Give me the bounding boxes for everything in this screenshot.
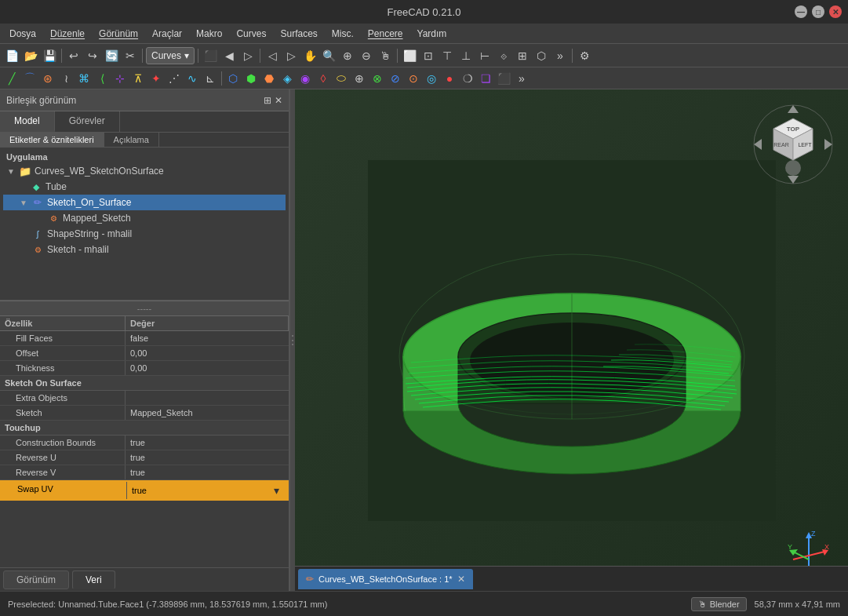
curves-tool-2[interactable]: ⌒ [21,70,38,87]
curves-tool-10[interactable]: ⋰ [166,70,183,87]
curves-tool-28[interactable]: ⬛ [495,70,512,87]
save-button[interactable]: 💾 [41,47,58,64]
viewport-tab-main[interactable]: ✏ Curves_WB_SketchOnSurface : 1* ✕ [298,569,473,589]
refresh-button[interactable]: 🔄 [103,47,120,64]
view-bottom[interactable]: ⊥ [457,47,475,64]
prop-row-sketch[interactable]: Sketch Mapped_Sketch [0,406,289,421]
prop-row-swap-uv[interactable]: Swap UV true ▾ [0,480,289,501]
curves-tool-19[interactable]: ⬭ [333,70,350,87]
viewport-3d[interactable]: TOP REAR LEFT Z X [295,89,848,591]
prop-row-reverse-v[interactable]: Reverse V true [0,465,289,480]
view-clipping[interactable]: ⬡ [533,47,550,64]
curves-tool-12[interactable]: ⊾ [202,70,219,87]
menu-pencere[interactable]: Pencere [362,27,409,41]
tree-item-shapestring[interactable]: ▷ ∫ ShapeString - mhalil [3,226,286,242]
new-button[interactable]: 📄 [3,47,20,64]
workbench-dropdown[interactable]: Curves ▾ [146,47,195,64]
curves-tool-17[interactable]: ◉ [297,70,314,87]
blender-button[interactable]: 🖱 Blender [691,597,747,611]
menu-araclar[interactable]: Araçlar [146,27,188,41]
subtab-etiketler[interactable]: Etiketler & öznitelikleri [0,133,104,147]
view-top[interactable]: ⊤ [439,47,456,64]
panel-close-button[interactable]: ✕ [275,95,282,106]
curves-tool-5[interactable]: ⌘ [75,70,93,87]
curves-tool-14[interactable]: ⬢ [242,70,260,87]
menu-misc[interactable]: Misc. [326,27,360,41]
view-right-side[interactable]: ⊢ [476,47,493,64]
view-all[interactable]: ⬜ [401,47,418,64]
tree-expand-root[interactable]: ▼ [6,167,16,176]
view-3d[interactable]: ▷ [239,47,257,64]
close-button[interactable]: ✕ [829,5,842,18]
pan-button[interactable]: ✋ [301,47,318,64]
tab-model[interactable]: Model [0,111,55,132]
view-perspective[interactable]: ⟐ [495,47,512,64]
cut-button[interactable]: ✂ [122,47,139,64]
curves-tool-21[interactable]: ⊗ [369,70,386,87]
panel-expand-button[interactable]: ⊞ [264,95,271,106]
tree-expand-ss[interactable]: ▷ [19,230,28,239]
curves-tool-7[interactable]: ⊹ [111,70,129,87]
tree-expand-sos[interactable]: ▼ [19,199,28,207]
curves-tool-24[interactable]: ◎ [423,70,440,87]
curves-tool-3[interactable]: ⊛ [39,70,56,87]
tree-expand-sk[interactable]: ▷ [19,246,28,254]
curves-tool-11[interactable]: ∿ [184,70,201,87]
curves-tool-15[interactable]: ⬣ [260,70,278,87]
curves-tool-18[interactable]: ◊ [315,70,332,87]
menu-yardim[interactable]: Yardım [411,27,453,41]
menu-duzenle[interactable]: Düzenle [44,27,91,41]
prop-row-thickness[interactable]: Thickness 0,00 [0,361,289,376]
tree-item-root[interactable]: ▼ 📁 Curves_WB_SketchOnSurface [3,163,286,179]
menu-curves[interactable]: Curves [230,27,272,41]
redo-button[interactable]: ↪ [84,47,101,64]
curves-tool-6[interactable]: ⟨ [93,70,111,87]
open-button[interactable]: 📂 [22,47,39,64]
viewport-tab-close-button[interactable]: ✕ [457,574,465,585]
menu-surfaces[interactable]: Surfaces [274,27,323,41]
nav-cube[interactable]: TOP REAR LEFT [750,101,836,188]
menu-makro[interactable]: Makro [190,27,228,41]
tree-item-mapped-sketch[interactable]: ▷ ⚙ Mapped_Sketch [3,210,286,226]
prop-row-extra-objects[interactable]: Extra Objects [0,391,289,406]
undo-button[interactable]: ↩ [65,47,82,64]
view-back[interactable]: ◀ [220,47,238,64]
select-button[interactable]: 🖱 [377,47,394,64]
prop-row-fill-faces[interactable]: Fill Faces false [0,331,289,346]
nav-left[interactable]: ◁ [264,47,281,64]
curves-tool-27[interactable]: ❏ [477,70,494,87]
view-ortho[interactable]: ⊞ [514,47,531,64]
zoom-button[interactable]: 🔍 [320,47,337,64]
more-tools-btn[interactable]: » [551,47,569,64]
curves-more[interactable]: » [513,70,530,87]
curves-tool-4[interactable]: ≀ [57,70,75,87]
curves-tool-13[interactable]: ⬡ [224,70,242,87]
view-fit[interactable]: ⊡ [420,47,437,64]
menu-dosya[interactable]: Dosya [3,27,42,41]
curves-tool-9[interactable]: ✦ [147,70,165,87]
minimize-button[interactable]: — [795,5,807,18]
tree-expand-tube[interactable]: ▷ [19,183,27,191]
prop-row-reverse-u[interactable]: Reverse U true [0,450,289,465]
nav-right[interactable]: ▷ [282,47,300,64]
settings-button[interactable]: ⚙ [576,47,593,64]
zoom-in-button[interactable]: ⊕ [339,47,356,64]
tree-item-sketch-mhalil[interactable]: ▷ ⚙ Sketch - mhalil [3,242,286,257]
curves-tool-23[interactable]: ⊙ [405,70,422,87]
zoom-out-button[interactable]: ⊖ [358,47,375,64]
tab-gorevler[interactable]: Görevler [55,111,120,132]
curves-tool-22[interactable]: ⊘ [387,70,404,87]
subtab-aciklama[interactable]: Açıklama [104,133,159,147]
curves-tool-16[interactable]: ◈ [278,70,296,87]
view-front[interactable]: ⬛ [202,47,219,64]
tree-item-sketch-on-surface[interactable]: ▼ ✏ Sketch_On_Surface [3,195,286,210]
menu-gorunum[interactable]: Görünüm [93,27,144,41]
curves-tool-25[interactable]: ● [441,70,458,87]
prop-row-construction-bounds[interactable]: Construction Bounds true [0,436,289,450]
swap-uv-dropdown-arrow[interactable]: ▾ [274,484,279,497]
curves-tool-1[interactable]: ╱ [3,70,20,87]
maximize-button[interactable]: □ [812,5,824,18]
tree-item-tube[interactable]: ▷ ◆ Tube [3,179,286,195]
tab-gorunum[interactable]: Görünüm [3,570,69,589]
tab-veri[interactable]: Veri [72,570,115,589]
